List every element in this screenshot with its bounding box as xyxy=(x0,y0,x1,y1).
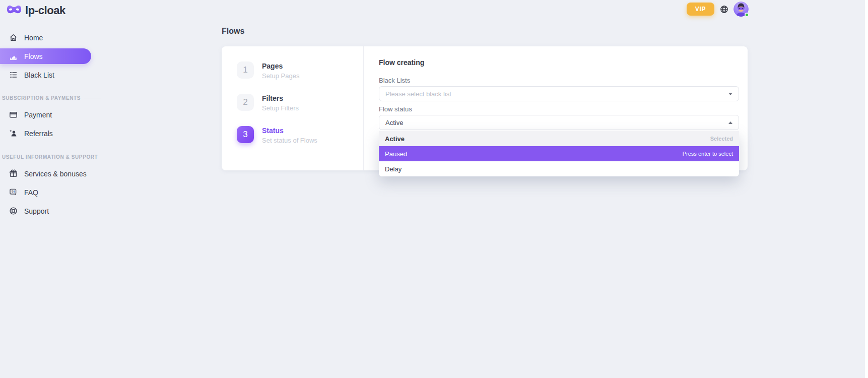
flow-status-value: Active xyxy=(385,119,728,127)
black-lists-placeholder: Please select black list xyxy=(385,90,728,98)
step-pages[interactable]: 1 Pages Setup Pages xyxy=(237,61,363,80)
chevron-up-icon xyxy=(728,121,732,124)
option-hint: Press enter to select xyxy=(683,151,733,157)
user-avatar[interactable] xyxy=(733,2,749,17)
blacklist-icon xyxy=(9,71,18,79)
flows-icon xyxy=(9,52,18,60)
gift-icon xyxy=(9,169,18,178)
sidebar-item-label: Flows xyxy=(24,52,43,60)
flow-wizard-card: 1 Pages Setup Pages 2 Filters Setup Filt… xyxy=(222,46,748,170)
sidebar-item-label: Black List xyxy=(24,71,54,79)
wizard-steps: 1 Pages Setup Pages 2 Filters Setup Filt… xyxy=(222,46,364,170)
step-subtitle: Set status of Flows xyxy=(262,137,317,144)
app-logo[interactable]: lp-cloak xyxy=(6,3,65,18)
referrals-icon xyxy=(9,129,18,138)
flow-status-select[interactable]: Active xyxy=(379,115,739,130)
lifebuoy-icon xyxy=(9,207,18,215)
sidebar-item-label: Home xyxy=(24,34,43,42)
language-globe-icon[interactable] xyxy=(719,5,728,14)
black-lists-label: Black Lists xyxy=(379,77,739,84)
sidebar: Home Flows Black List SUBSCRIPTION xyxy=(0,30,101,222)
chevron-down-icon xyxy=(728,93,732,95)
step-title: Pages xyxy=(262,62,299,70)
sidebar-item-label: Referrals xyxy=(24,130,53,138)
option-paused[interactable]: Paused Press enter to select xyxy=(379,146,739,161)
option-label: Paused xyxy=(385,150,683,158)
sidebar-item-label: Services & bonuses xyxy=(24,170,87,178)
step-status[interactable]: 3 Status Set status of Flows xyxy=(237,126,363,144)
sidebar-item-flows[interactable]: Flows xyxy=(0,48,91,64)
sidebar-item-black-list[interactable]: Black List xyxy=(0,67,101,83)
flow-creating-form: Flow creating Black Lists Please select … xyxy=(364,46,748,170)
sidebar-item-label: Support xyxy=(24,207,49,215)
sidebar-item-services-bonuses[interactable]: Services & bonuses xyxy=(0,166,101,181)
option-label: Active xyxy=(385,135,710,143)
step-number-badge: 1 xyxy=(237,61,254,79)
page-title: Flows xyxy=(222,27,748,36)
step-title: Filters xyxy=(262,94,299,102)
sidebar-item-support[interactable]: Support xyxy=(0,203,101,219)
black-lists-select[interactable]: Please select black list xyxy=(379,86,739,101)
flow-status-label: Flow status xyxy=(379,105,739,113)
sidebar-item-home[interactable]: Home xyxy=(0,30,101,45)
app-title: lp-cloak xyxy=(25,4,65,17)
step-number-badge: 2 xyxy=(237,94,254,111)
option-label: Delay xyxy=(385,165,733,173)
step-number-badge: 3 xyxy=(237,126,254,143)
credit-card-icon xyxy=(9,110,18,119)
sidebar-item-referrals[interactable]: Referrals xyxy=(0,125,101,141)
step-subtitle: Setup Filters xyxy=(262,104,299,112)
sidebar-item-label: FAQ xyxy=(24,188,38,197)
form-heading: Flow creating xyxy=(379,58,739,67)
step-filters[interactable]: 2 Filters Setup Filters xyxy=(237,94,363,112)
sidebar-section-subscription: SUBSCRIPTION & PAYMENTS xyxy=(0,94,101,102)
mask-logo-icon xyxy=(6,3,22,18)
option-hint: Selected xyxy=(710,136,733,142)
flow-status-dropdown: Active Selected Paused Press enter to se… xyxy=(379,131,739,176)
sidebar-item-label: Payment xyxy=(24,111,52,119)
sidebar-section-support: USEFUL INFORMATION & SUPPORT xyxy=(0,153,101,161)
sidebar-item-payment[interactable]: Payment xyxy=(0,107,101,122)
svg-text:?!: ?! xyxy=(11,190,15,194)
option-active[interactable]: Active Selected xyxy=(379,131,739,146)
faq-icon: ?! xyxy=(9,188,18,197)
step-subtitle: Setup Pages xyxy=(262,72,299,80)
main-content: Flows 1 Pages Setup Pages 2 Filters Setu… xyxy=(222,27,748,170)
vip-button[interactable]: VIP xyxy=(687,3,714,16)
sidebar-item-faq[interactable]: ?! FAQ xyxy=(0,184,101,200)
home-icon xyxy=(9,33,18,42)
step-title: Status xyxy=(262,127,317,135)
online-status-dot xyxy=(745,13,749,17)
scrollbar-track[interactable] xyxy=(865,0,868,378)
option-delay[interactable]: Delay xyxy=(379,161,739,176)
